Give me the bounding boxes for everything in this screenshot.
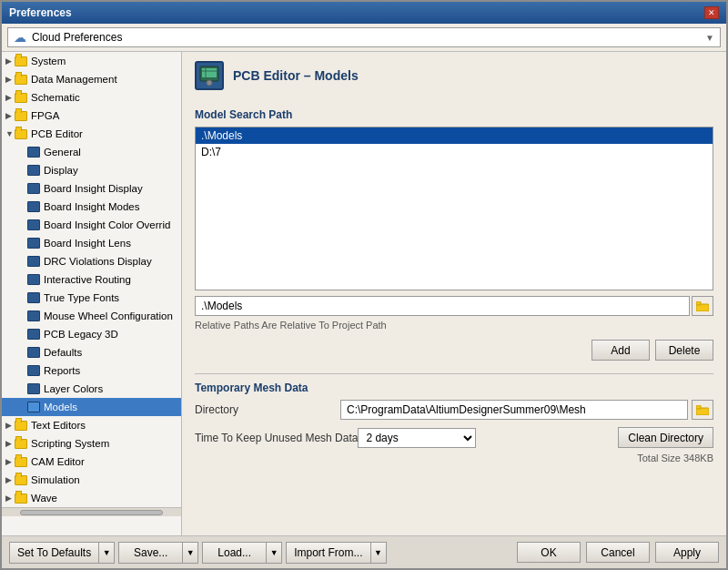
svg-rect-1 (202, 68, 217, 77)
sidebar-item-pcb-editor[interactable]: ▼ PCB Editor (2, 125, 181, 143)
sidebar-item-cam-editor[interactable]: ▶ CAM Editor (2, 453, 181, 471)
page-icon (27, 310, 40, 321)
temp-mesh-title: Temporary Mesh Data (195, 382, 713, 394)
page-icon (27, 256, 40, 267)
svg-rect-6 (696, 301, 701, 305)
window-title: Preferences (9, 6, 72, 19)
expand-icon: ▶ (5, 494, 15, 503)
sidebar-item-defaults[interactable]: ▶ Defaults (2, 343, 181, 361)
save-split-btn: Save... ▼ (118, 542, 198, 564)
sidebar-item-drc-violations[interactable]: ▶ DRC Violations Display (2, 252, 181, 270)
sidebar-label: PCB Legacy 3D (44, 329, 118, 340)
sidebar-item-models[interactable]: ▶ Models (2, 398, 181, 416)
page-icon (27, 165, 40, 176)
sidebar-label: Reports (44, 365, 80, 376)
sidebar-item-layer-colors[interactable]: ▶ Layer Colors (2, 380, 181, 398)
sidebar-item-simulation[interactable]: ▶ Simulation (2, 471, 181, 489)
titlebar-controls: ✕ (704, 6, 719, 19)
import-from-button[interactable]: Import From... (286, 542, 369, 564)
sidebar-item-board-insight-color-override[interactable]: ▶ Board Insight Color Overrid (2, 216, 181, 234)
toolbar: ☁ Cloud Preferences ▼ (2, 24, 726, 52)
import-from-split-btn: Import From... ▼ (286, 542, 386, 564)
page-icon (27, 347, 40, 358)
delete-button[interactable]: Delete (655, 340, 713, 361)
panel-title: PCB Editor – Models (233, 68, 359, 83)
expand-icon: ▶ (5, 93, 15, 102)
path-input[interactable] (195, 296, 690, 316)
sidebar-label: DRC Violations Display (44, 256, 152, 267)
apply-button[interactable]: Apply (655, 542, 719, 563)
time-select[interactable]: 1 day 2 days 7 days 30 days Never (358, 428, 476, 448)
sidebar-item-interactive-routing[interactable]: ▶ Interactive Routing (2, 270, 181, 289)
browse-folder-button[interactable] (692, 296, 713, 316)
footer: Set To Defaults ▼ Save... ▼ Load... ▼ Im… (2, 535, 726, 568)
page-icon (27, 292, 40, 303)
path-item-d7[interactable]: D:\7 (196, 144, 713, 160)
sidebar-item-data-management[interactable]: ▶ Data Management (2, 70, 181, 88)
expand-icon: ▶ (5, 56, 15, 66)
right-panel: PCB Editor – Models Model Search Path .\… (182, 52, 726, 535)
svg-point-4 (207, 80, 212, 86)
load-dropdown-button[interactable]: ▼ (266, 542, 282, 564)
sidebar-item-display[interactable]: ▶ Display (2, 161, 181, 179)
model-search-buttons: Add Delete (195, 340, 713, 361)
sidebar-item-board-insight-display[interactable]: ▶ Board Insight Display (2, 179, 181, 198)
folder-icon (15, 457, 27, 467)
cloud-icon: ☁ (14, 30, 26, 45)
sidebar: ▶ System ▶ Data Management ▶ Schematic ▶… (2, 52, 182, 535)
load-button[interactable]: Load... (202, 542, 266, 564)
sidebar-label: Schematic (31, 92, 80, 103)
sidebar-label: Board Insight Color Overrid (44, 219, 170, 230)
expand-icon: ▶ (5, 111, 15, 120)
sidebar-label: CAM Editor (31, 456, 85, 467)
save-button[interactable]: Save... (118, 542, 182, 564)
page-icon (27, 365, 40, 376)
browse-directory-button[interactable] (692, 400, 713, 420)
set-defaults-split-btn: Set To Defaults ▼ (9, 542, 115, 564)
sidebar-item-board-insight-modes[interactable]: ▶ Board Insight Modes (2, 198, 181, 216)
total-size-label: Total Size 348KB (637, 453, 713, 463)
page-icon (27, 183, 40, 194)
sidebar-item-scripting-system[interactable]: ▶ Scripting System (2, 434, 181, 453)
set-defaults-dropdown-button[interactable]: ▼ (98, 542, 115, 564)
expand-icon: ▶ (5, 475, 15, 484)
directory-input[interactable] (340, 400, 688, 420)
add-button[interactable]: Add (592, 340, 650, 361)
folder-icon (15, 111, 27, 121)
sidebar-item-general[interactable]: ▶ General (2, 143, 181, 161)
sidebar-item-schematic[interactable]: ▶ Schematic (2, 88, 181, 107)
save-dropdown-button[interactable]: ▼ (182, 542, 198, 564)
sidebar-label: Scripting System (31, 438, 109, 449)
cancel-button[interactable]: Cancel (586, 542, 650, 563)
clean-directory-button[interactable]: Clean Directory (618, 427, 713, 448)
sidebar-label: True Type Fonts (44, 292, 119, 303)
import-from-dropdown-button[interactable]: ▼ (370, 542, 387, 564)
time-label: Time To Keep Unused Mesh Data (195, 432, 358, 444)
folder-icon (15, 475, 27, 485)
panel-icon (195, 61, 224, 90)
sidebar-label: Layer Colors (44, 383, 103, 394)
sidebar-label: Defaults (44, 347, 82, 358)
page-icon (27, 201, 40, 212)
sidebar-item-wave[interactable]: ▶ Wave (2, 489, 181, 507)
time-keep-row: Time To Keep Unused Mesh Data 1 day 2 da… (195, 428, 476, 448)
sidebar-item-pcb-legacy-3d[interactable]: ▶ PCB Legacy 3D (2, 325, 181, 343)
close-button[interactable]: ✕ (704, 6, 719, 19)
temp-mesh-section: Temporary Mesh Data Directory Time To Ke… (195, 382, 713, 464)
folder-icon (15, 421, 27, 431)
sidebar-item-true-type-fonts[interactable]: ▶ True Type Fonts (2, 289, 181, 307)
sidebar-label: Display (44, 165, 78, 176)
sidebar-item-system[interactable]: ▶ System (2, 52, 181, 70)
footer-left: Set To Defaults ▼ Save... ▼ Load... ▼ Im… (9, 542, 387, 564)
sidebar-item-reports[interactable]: ▶ Reports (2, 361, 181, 380)
sidebar-item-mouse-wheel[interactable]: ▶ Mouse Wheel Configuration (2, 307, 181, 325)
ok-button[interactable]: OK (517, 542, 581, 563)
set-defaults-button[interactable]: Set To Defaults (9, 542, 98, 564)
path-list: .\Models D:\7 (195, 127, 713, 290)
path-item-models[interactable]: .\Models (196, 127, 713, 144)
sidebar-item-board-insight-lens[interactable]: ▶ Board Insight Lens (2, 234, 181, 252)
cloud-dropdown[interactable]: ☁ Cloud Preferences ▼ (7, 27, 721, 47)
sidebar-item-fpga[interactable]: ▶ FPGA (2, 107, 181, 125)
sidebar-label: FPGA (31, 110, 59, 121)
sidebar-item-text-editors[interactable]: ▶ Text Editors (2, 416, 181, 434)
